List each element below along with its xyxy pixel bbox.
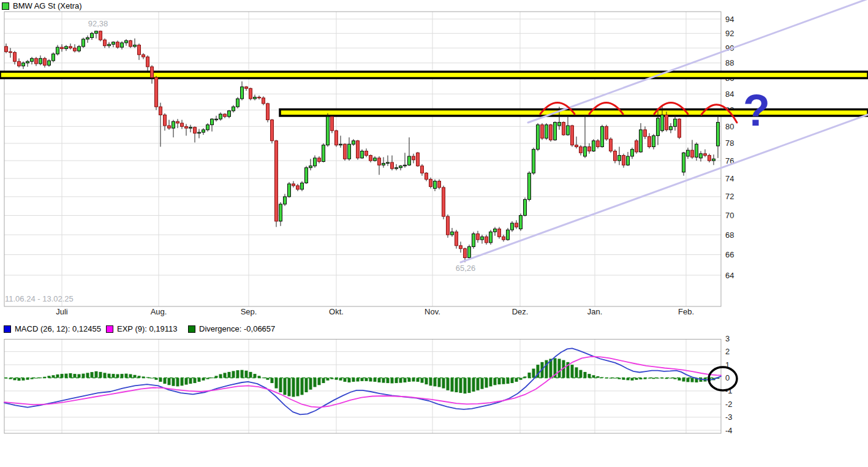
price-tick-label: 74: [725, 174, 734, 183]
month-label: Dez.: [512, 307, 529, 316]
macd-tick-label: 3: [725, 334, 730, 343]
month-label: Jan.: [587, 307, 603, 316]
divergence-legend-label: Divergence: -0,06657: [199, 324, 275, 333]
macd-tick-label: -2: [725, 400, 733, 409]
date-range-label: 11.06.24 - 13.02.25: [5, 294, 74, 303]
macd-tick-label: 2: [725, 347, 730, 356]
price-tick-label: 92: [725, 29, 734, 38]
macd-line-swatch-icon: [4, 325, 11, 333]
high-price-annotation: 92,38: [74, 19, 123, 28]
macd-legend-label: MACD (26, 12): 0,12455: [15, 324, 101, 333]
month-label: Juli: [56, 307, 68, 316]
month-label: Nov.: [425, 307, 440, 316]
price-tick-label: 80: [725, 122, 734, 131]
chart-header: BMW AG St (Xetra): [2, 1, 82, 10]
price-tick-label: 68: [725, 230, 734, 240]
exp-legend-label: EXP (9): 0,19113: [117, 324, 178, 333]
price-tick-label: 94: [725, 15, 734, 24]
macd-tick-label: -4: [725, 426, 733, 435]
month-label: Aug.: [151, 307, 167, 316]
month-label: Feb.: [678, 307, 694, 316]
month-labels: JuliAug.Sep.Okt.Nov.Dez.Jan.Feb.: [56, 307, 694, 316]
low-price-annotation: 65,26: [441, 264, 490, 273]
price-tick-label: 66: [725, 250, 734, 259]
exp-line-swatch-icon: [106, 325, 113, 333]
price-tick-label: 88: [725, 58, 734, 67]
price-tick-label: 70: [725, 211, 734, 220]
price-tick-label: 64: [725, 271, 734, 280]
macd-legend-item: MACD (26, 12): 0,12455: [4, 324, 101, 333]
macd-line: [4, 348, 721, 414]
macd-tick-label: 0: [725, 373, 730, 382]
month-label: Okt.: [329, 307, 344, 316]
signal-line: [4, 357, 721, 408]
stock-chart-page: 949290888684828078767472706866643210-1-2…: [0, 0, 868, 467]
divergence-legend-item: Divergence: -0,06657: [188, 324, 275, 333]
month-label: Sep.: [241, 307, 257, 316]
series-swatch-icon: [2, 2, 9, 10]
price-tick-label: 72: [725, 192, 734, 201]
divergence-swatch-icon: [188, 325, 195, 333]
price-tick-label: 84: [725, 89, 734, 99]
exp-legend-item: EXP (9): 0,19113: [106, 324, 178, 333]
price-tick-label: 78: [725, 139, 734, 148]
question-mark-annotation: ?: [743, 88, 770, 132]
chart-title: BMW AG St (Xetra): [13, 1, 82, 10]
candlesticks: [5, 31, 720, 262]
macd-tick-label: -3: [725, 412, 733, 422]
chart-canvas: 949290888684828078767472706866643210-1-2…: [0, 0, 868, 467]
